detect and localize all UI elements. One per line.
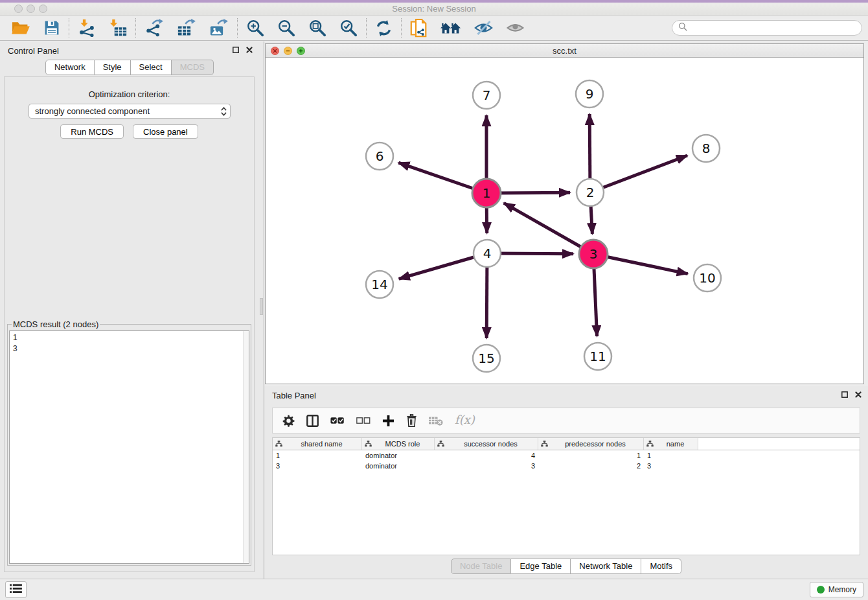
main-toolbar [0,16,868,41]
svg-text:11: 11 [589,349,606,364]
close-panel-button[interactable]: Close panel [133,124,198,139]
create-column-button[interactable] [382,415,394,427]
export-image-button[interactable] [209,19,229,37]
export-table-button[interactable] [177,19,196,37]
tree-icon [275,441,282,447]
delete-columns-button[interactable] [406,414,417,427]
vertical-splitter[interactable] [259,41,264,579]
export-table-icon [177,29,196,39]
graph-node-7[interactable]: 7 [473,82,500,109]
control-panel-tabs: NetworkStyleSelectMCDS [45,60,214,75]
optimization-criterion-select[interactable]: strongly connected component [29,104,231,119]
tab-mcds[interactable]: MCDS [172,60,214,75]
run-mcds-button[interactable]: Run MCDS [60,124,124,139]
import-table-button[interactable] [109,19,127,37]
table-panel: Table Panel f(x) shared nameMCDS rolesuc… [264,386,868,579]
export-network-button[interactable] [144,19,164,37]
table-tabs: Node TableEdge TableNetwork TableMotifs [451,559,681,574]
memory-status-dot [817,586,825,594]
gear-icon [282,419,295,429]
mcds-result-list[interactable]: 13 [9,330,249,564]
graph-node-15[interactable]: 15 [473,345,500,372]
search-field[interactable] [672,20,862,36]
tab-node-table[interactable]: Node Table [451,559,512,574]
graph-node-8[interactable]: 8 [692,135,720,162]
graph-node-4[interactable]: 4 [474,240,501,267]
table-cell: 4 [435,450,538,461]
show-graphics-details-button[interactable] [506,20,525,36]
close-panel-icon[interactable] [855,391,862,398]
graph-node-1[interactable]: 1 [472,179,501,207]
control-panel: Control Panel NetworkStyleSelectMCDS Opt… [0,41,259,579]
save-session-button[interactable] [43,19,60,36]
close-panel-icon[interactable] [246,47,253,53]
show-column-button[interactable] [306,415,319,427]
toolbar-group [136,18,238,38]
copy-network-view-button[interactable] [410,19,428,38]
zoom-in-button[interactable] [246,19,264,37]
graph-node-3[interactable]: 3 [579,240,608,268]
graph-node-9[interactable]: 9 [576,80,603,108]
svg-text:1: 1 [483,185,491,201]
table-cell: 1 [273,450,362,461]
mcds-result-legend: MCDS result (2 nodes) [12,319,100,329]
tree-icon [365,441,372,447]
folder-open-icon [11,29,30,38]
import-network-button[interactable] [78,19,96,37]
select-all-columns-button[interactable] [330,416,345,425]
table-toolbar: f(x) [272,408,860,433]
show-panels-button[interactable] [5,581,27,598]
tab-network[interactable]: Network [45,60,95,75]
zoom-fit-icon [308,29,326,39]
graph-node-6[interactable]: 6 [366,143,393,170]
zoom-out-icon [277,29,295,39]
table-row[interactable]: 1dominator411 [273,450,860,461]
tab-select[interactable]: Select [131,60,172,75]
table-cell: 3 [435,461,538,471]
column-header-name[interactable]: name [644,438,698,450]
float-panel-icon[interactable] [233,47,239,53]
column-header-successor-nodes[interactable]: successor nodes [435,438,538,450]
mcds-result-node: 3 [13,343,246,354]
tab-edge-table[interactable]: Edge Table [511,559,571,574]
plus-icon [382,419,394,429]
hide-panels-button[interactable] [474,19,493,36]
svg-text:2: 2 [586,185,595,200]
graph-node-11[interactable]: 11 [584,343,611,370]
refresh-view-button[interactable] [375,19,393,37]
column-header-MCDS-role[interactable]: MCDS role [362,438,435,450]
network-window-titlebar[interactable]: scc.txt [266,44,863,58]
toolbar-group [69,18,136,38]
search-input[interactable] [691,23,856,32]
import-network-icon [78,29,96,39]
svg-text:7: 7 [483,87,491,103]
table-row[interactable]: 3dominator323 [273,461,860,471]
graph-node-10[interactable]: 10 [694,264,721,292]
memory-button[interactable]: Memory [810,582,863,597]
float-panel-icon[interactable] [841,391,848,398]
table-cell: dominator [362,461,435,471]
zoom-fit-button[interactable] [308,19,326,37]
table-settings-button[interactable] [282,415,295,427]
export-image-icon [209,29,229,39]
zoom-out-button[interactable] [277,19,295,37]
graph-node-2[interactable]: 2 [577,179,604,206]
result-scrollbar[interactable] [243,331,249,563]
zoom-selected-button[interactable] [339,19,358,37]
network-canvas[interactable]: 7968124314101511 [266,58,863,384]
deselect-all-icon [356,417,371,427]
tab-style[interactable]: Style [95,60,131,75]
application-window: Session: New Session Control Panel Netwo… [0,0,868,600]
column-header-predecessor-nodes[interactable]: predecessor nodes [538,438,644,450]
tree-icon [541,441,548,447]
unselect-all-columns-button[interactable] [356,416,371,425]
tab-motifs[interactable]: Motifs [641,559,681,574]
open-session-button[interactable] [11,19,30,36]
column-header-shared-name[interactable]: shared name [273,438,362,450]
tab-network-table[interactable]: Network Table [571,559,641,574]
graph-node-14[interactable]: 14 [366,271,393,298]
fx-icon: f(x) [455,416,475,426]
list-icon [10,584,22,595]
splitter-grip[interactable] [260,298,263,315]
first-neighbors-button[interactable] [440,20,461,36]
